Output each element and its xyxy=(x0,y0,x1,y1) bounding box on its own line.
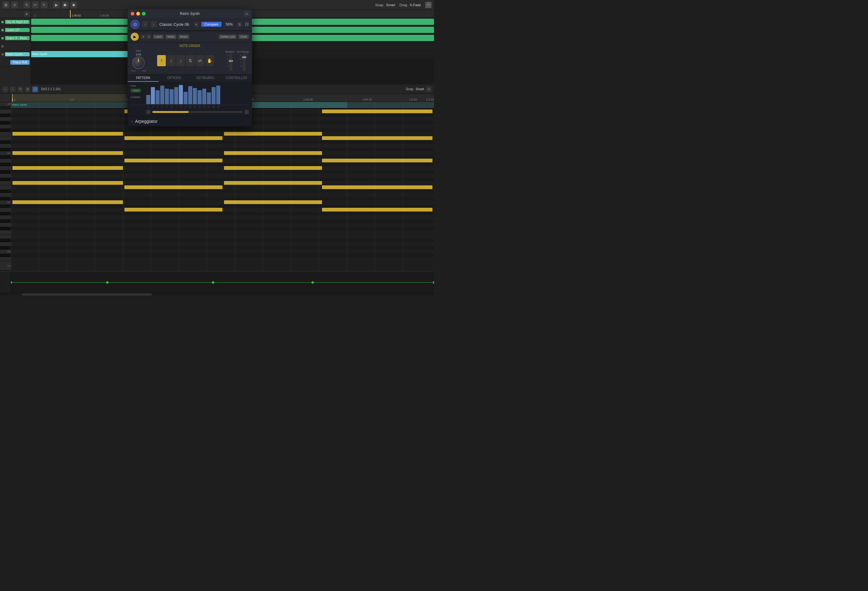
arp-mode-btn[interactable]: Mode xyxy=(165,34,176,39)
grid-button[interactable]: Grid xyxy=(131,88,141,92)
toolbar-scissor-icon[interactable]: ✂ xyxy=(32,1,39,8)
arp-play-button[interactable]: ▶ xyxy=(131,32,139,41)
percent-stepper[interactable]: ⇅ xyxy=(237,22,242,27)
arp-clear-btn[interactable]: Clear xyxy=(238,34,249,39)
bar-2[interactable] xyxy=(151,87,155,104)
piano-key-c5[interactable]: C5 xyxy=(0,102,11,106)
pr-snap-icon[interactable]: ▾ xyxy=(426,87,431,92)
pr-loop-btn[interactable]: ↺ xyxy=(32,87,38,92)
bar-16[interactable] xyxy=(216,85,220,104)
piano-key-b1b[interactable] xyxy=(0,254,11,257)
plugin-power-button[interactable]: ⏻ xyxy=(131,20,139,29)
piano-key-a3[interactable] xyxy=(0,166,11,171)
toolbar-cursor-icon[interactable]: ↖ xyxy=(41,1,47,8)
custom-prev[interactable]: ‹ xyxy=(146,110,151,114)
bar-15[interactable] xyxy=(211,87,216,104)
piano-key-as2[interactable] xyxy=(0,212,11,215)
dir-btn-downup[interactable]: ⇅ xyxy=(186,55,195,66)
bar-3[interactable] xyxy=(155,90,159,104)
piano-key-cs2[interactable] xyxy=(0,246,11,249)
piano-key-g3[interactable] xyxy=(0,174,11,178)
pr-tool2[interactable]: ⊕ xyxy=(25,87,31,92)
arp-reset-btn[interactable]: Reset xyxy=(178,34,189,39)
toolbar-stop-icon[interactable]: ⏹ xyxy=(62,1,68,8)
bar-13[interactable] xyxy=(202,88,206,104)
toolbar-pencil-icon[interactable]: ✎ xyxy=(23,1,30,8)
piano-key-b3b[interactable] xyxy=(0,156,11,159)
bar-7[interactable] xyxy=(174,87,178,104)
bar-10[interactable] xyxy=(188,86,192,104)
pr-back-icon[interactable]: ← xyxy=(3,87,8,92)
plugin-expand-icon[interactable]: ⊞ xyxy=(245,12,249,16)
piano-key-ds2[interactable] xyxy=(0,239,11,242)
piano-key-f4[interactable] xyxy=(0,132,11,136)
track-zoom-icon[interactable]: ⊕ xyxy=(24,11,30,17)
tab-keyboard[interactable]: KEYBOARD xyxy=(190,75,221,82)
piano-key-e4[interactable] xyxy=(0,136,11,141)
dir-btn-random[interactable]: ⇄ xyxy=(196,55,204,66)
piano-key-b3[interactable] xyxy=(0,159,11,163)
rate-knob[interactable] xyxy=(132,57,145,69)
piano-key-b1[interactable] xyxy=(0,257,11,261)
piano-key-e2[interactable] xyxy=(0,234,11,239)
arp-expand-icon[interactable]: › xyxy=(131,119,133,124)
plugin-link-icon[interactable]: ⛓ xyxy=(245,22,249,27)
bar-8[interactable] xyxy=(179,85,183,104)
piano-key-gs2[interactable] xyxy=(0,220,11,223)
piano-key-b2[interactable] xyxy=(0,208,11,212)
arp-delete-btn[interactable]: Delete Last xyxy=(219,34,237,39)
piano-key-cs3[interactable] xyxy=(0,197,11,200)
bar-9[interactable] xyxy=(183,92,187,104)
custom-next[interactable]: › xyxy=(245,110,249,114)
piano-key-c4[interactable]: C4 xyxy=(0,151,11,156)
piano-key-d2[interactable] xyxy=(0,242,11,246)
pr-tool1[interactable]: ✎ xyxy=(18,87,23,92)
h-scrollbar[interactable] xyxy=(0,293,434,296)
preset-dropdown-icon[interactable]: ▾ xyxy=(194,22,199,27)
toolbar-grid-icon[interactable]: ⊞ xyxy=(3,1,9,8)
piano-key-gs3[interactable] xyxy=(0,171,11,174)
arp-latch-btn[interactable]: Latch xyxy=(153,34,164,39)
piano-key-fs3[interactable] xyxy=(0,178,11,181)
piano-key-ds4[interactable] xyxy=(0,141,11,144)
bar-1[interactable] xyxy=(146,95,150,104)
bar-4[interactable] xyxy=(160,85,164,104)
bar-12[interactable] xyxy=(198,90,202,104)
piano-key-c1[interactable]: C1 xyxy=(0,261,11,271)
piano-key-fs4[interactable] xyxy=(0,129,11,132)
variation-slider[interactable] xyxy=(229,54,232,71)
dir-btn-up[interactable]: ↑ xyxy=(157,55,166,66)
plugin-compare-button[interactable]: Compare xyxy=(201,22,221,27)
piano-key-e3[interactable] xyxy=(0,186,11,190)
toolbar-play-icon[interactable]: ▶ xyxy=(53,1,60,8)
bar-6[interactable] xyxy=(170,89,174,104)
toolbar-list-icon[interactable]: ≡ xyxy=(11,1,18,8)
dir-btn-down[interactable]: ↓ xyxy=(167,55,176,66)
piano-key-as3[interactable] xyxy=(0,163,11,166)
window-close-button[interactable] xyxy=(131,12,134,16)
oct-range-slider[interactable] xyxy=(243,54,246,71)
piano-key-fs2[interactable] xyxy=(0,227,11,230)
piano-key-f3[interactable] xyxy=(0,181,11,186)
piano-key-b4[interactable] xyxy=(0,109,11,114)
dir-btn-updown[interactable]: ↕ xyxy=(176,55,185,66)
h-scrollbar-thumb[interactable] xyxy=(22,293,152,296)
piano-key-a4[interactable] xyxy=(0,117,11,121)
piano-key-ds3[interactable] xyxy=(0,190,11,193)
window-maximize-button[interactable] xyxy=(142,12,146,16)
dir-btn-played[interactable]: ✋ xyxy=(205,55,214,66)
window-minimize-button[interactable] xyxy=(136,12,140,16)
toolbar-waveform-icon[interactable]: 〜 xyxy=(425,2,431,8)
piano-roll-button[interactable]: Piano Roll xyxy=(10,60,30,65)
toolbar-record-icon[interactable]: ⏺ xyxy=(70,1,77,8)
bar-5[interactable] xyxy=(165,88,169,104)
bar-11[interactable] xyxy=(193,88,197,104)
tab-pattern[interactable]: PATTERN xyxy=(128,75,159,82)
piano-key-b2b[interactable] xyxy=(0,205,11,208)
plugin-nav-next[interactable]: › xyxy=(151,21,157,27)
tab-controller[interactable]: CONTROLLER xyxy=(221,75,252,82)
piano-key-d4[interactable] xyxy=(0,144,11,148)
piano-key-c2[interactable]: C2 xyxy=(0,249,11,254)
pr-forward-icon[interactable]: → xyxy=(10,87,16,92)
piano-key-as4[interactable] xyxy=(0,114,11,117)
